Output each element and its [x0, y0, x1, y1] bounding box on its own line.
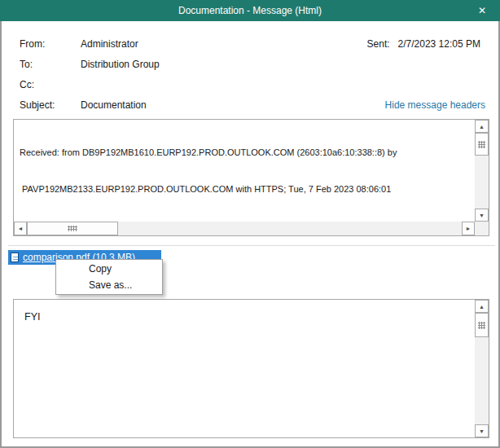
message-body-text: FYI	[14, 300, 475, 437]
scroll-down-button[interactable]: ▼	[475, 424, 489, 437]
message-headers-box[interactable]: Received: from DB9P192MB1610.EURP192.PRO…	[13, 119, 489, 236]
subject-value: Documentation	[81, 99, 147, 111]
sent-group: Sent: 2/7/2023 12:05 PM	[367, 38, 480, 50]
message-headers-text: Received: from DB9P192MB1610.EURP192.PRO…	[14, 120, 475, 222]
arrow-down-icon: ▼	[479, 213, 485, 218]
vertical-scroll-thumb[interactable]	[475, 133, 489, 156]
scroll-up-button[interactable]: ▲	[475, 120, 489, 133]
header-line: Received: from DB9P192MB1610.EURP192.PRO…	[20, 147, 473, 159]
cc-label: Cc:	[20, 79, 34, 90]
sent-label: Sent:	[367, 38, 390, 50]
scroll-left-button[interactable]: ◄	[14, 222, 27, 235]
horizontal-scroll-thumb[interactable]	[27, 222, 118, 235]
arrow-down-icon: ▼	[479, 428, 485, 434]
scrollbar-corner	[475, 222, 489, 235]
titlebar: Documentation - Message (Html) ✕	[0, 0, 500, 21]
headers-horizontal-scrollbar[interactable]: ◄ ►	[14, 222, 475, 235]
sent-value: 2/7/2023 12:05 PM	[398, 38, 480, 50]
scroll-up-button[interactable]: ▲	[475, 300, 489, 313]
from-label: From:	[20, 38, 45, 50]
body-vertical-scrollbar[interactable]: ▲ ▼	[475, 300, 489, 437]
vertical-scroll-thumb[interactable]	[475, 313, 489, 337]
section-divider	[8, 245, 495, 246]
scroll-down-button[interactable]: ▼	[475, 209, 489, 222]
arrow-up-icon: ▲	[479, 124, 485, 130]
scroll-grip-icon	[68, 226, 77, 231]
subject-label: Subject:	[20, 99, 55, 111]
close-icon: ✕	[478, 5, 486, 16]
hide-message-headers-link[interactable]: Hide message headers	[385, 99, 485, 111]
message-window: Documentation - Message (Html) ✕ From: A…	[0, 0, 500, 448]
from-value: Administrator	[81, 38, 138, 50]
arrow-up-icon: ▲	[479, 304, 485, 310]
arrow-left-icon: ◄	[18, 226, 24, 231]
to-label: To:	[20, 59, 33, 70]
to-value: Distribution Group	[81, 59, 160, 70]
menu-item-copy[interactable]: Copy	[56, 261, 162, 277]
window-title: Documentation - Message (Html)	[178, 5, 322, 16]
headers-vertical-scrollbar[interactable]: ▲ ▼	[475, 120, 489, 222]
message-body-box[interactable]: FYI ▲ ▼	[13, 299, 489, 438]
close-button[interactable]: ✕	[464, 0, 500, 21]
scroll-grip-icon	[478, 322, 485, 329]
header-line: PAVP192MB2133.EURP192.PROD.OUTLOOK.COM w…	[20, 183, 473, 195]
message-header-fields: From: Administrator Sent: 2/7/2023 12:05…	[2, 21, 498, 119]
scroll-grip-icon	[478, 141, 485, 148]
menu-item-save-as[interactable]: Save as...	[56, 277, 162, 293]
scroll-right-button[interactable]: ►	[462, 222, 475, 235]
pdf-file-icon	[11, 253, 19, 262]
arrow-right-icon: ►	[466, 226, 471, 231]
context-menu: Copy Save as...	[55, 259, 163, 295]
